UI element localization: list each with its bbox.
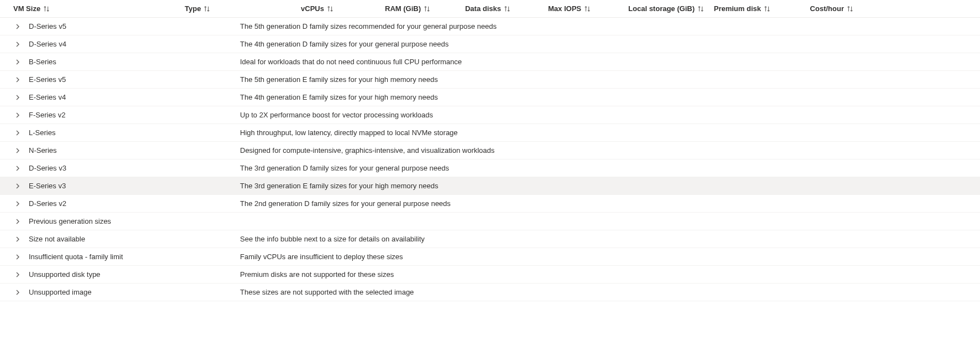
column-header-vcpus[interactable]: vCPUs [240,4,334,13]
row-name: D-Series v4 [29,40,240,48]
row-name: E-Series v3 [29,182,240,190]
row-description: The 5th generation D family sizes recomm… [240,22,980,30]
column-label: Max IOPS [548,4,581,13]
column-label: VM Size [13,4,40,13]
sort-icon [423,5,431,13]
chevron-right-icon[interactable] [13,164,22,173]
row-name: Size not available [29,235,240,243]
column-label: Cost/hour [810,4,844,13]
table-header-row: VM Size Type vCPUs [0,0,980,18]
vm-size-table: VM Size Type vCPUs [0,0,980,301]
table-row[interactable]: D-Series v2The 2nd generation D family s… [0,195,980,213]
column-header-max-iops[interactable]: Max IOPS [511,4,591,13]
chevron-right-icon[interactable] [13,75,22,84]
sort-icon [846,5,854,13]
table-row[interactable]: N-SeriesDesigned for compute-intensive, … [0,142,980,159]
column-header-local-storage[interactable]: Local storage (GiB) [591,4,705,13]
row-description: Family vCPUs are insufficient to deploy … [240,253,980,261]
table-row[interactable]: Unsupported disk typePremium disks are n… [0,266,980,284]
table-row[interactable]: B-SeriesIdeal for workloads that do not … [0,53,980,71]
chevron-right-icon[interactable] [13,235,22,244]
table-body: D-Series v5The 5th generation D family s… [0,18,980,301]
row-name: F-Series v2 [29,111,240,119]
column-label: Local storage (GiB) [628,4,695,13]
sort-icon [503,5,511,13]
row-description: The 2nd generation D family sizes for yo… [240,199,980,208]
sort-icon [326,5,334,13]
table-row[interactable]: Unsupported imageThese sizes are not sup… [0,284,980,301]
chevron-right-icon[interactable] [13,253,22,261]
chevron-right-icon[interactable] [13,270,22,279]
chevron-right-icon[interactable] [13,182,22,191]
row-name: D-Series v2 [29,199,240,208]
table-row[interactable]: Insufficient quota - family limitFamily … [0,248,980,266]
chevron-right-icon[interactable] [13,288,22,297]
table-row[interactable]: Previous generation sizes [0,213,980,230]
row-description: Up to 2X performance boost for vector pr… [240,111,980,119]
row-description: The 3rd generation D family sizes for yo… [240,164,980,172]
table-row[interactable]: D-Series v5The 5th generation D family s… [0,18,980,35]
sort-icon [43,5,50,13]
table-row[interactable]: L-SeriesHigh throughput, low latency, di… [0,124,980,142]
column-label: vCPUs [301,4,324,13]
sort-icon [203,5,211,13]
chevron-right-icon[interactable] [13,22,22,31]
row-name: Previous generation sizes [29,217,240,225]
chevron-right-icon[interactable] [13,199,22,208]
column-label: Data disks [465,4,501,13]
row-name: E-Series v4 [29,93,240,101]
row-name: L-Series [29,128,240,137]
row-description: These sizes are not supported with the s… [240,288,980,296]
chevron-right-icon[interactable] [13,146,22,155]
chevron-right-icon[interactable] [13,111,22,120]
row-name: D-Series v5 [29,22,240,30]
row-name: B-Series [29,58,240,66]
column-header-cost[interactable]: Cost/hour [771,4,854,13]
table-row[interactable]: E-Series v3The 3rd generation E family s… [0,177,980,195]
column-header-premium-disk[interactable]: Premium disk [705,4,771,13]
row-name: Insufficient quota - family limit [29,253,240,261]
row-description: The 4th generation E family sizes for yo… [240,93,980,101]
table-row[interactable]: E-Series v4The 4th generation E family s… [0,89,980,106]
column-label: Premium disk [714,4,761,13]
row-description: See the info bubble next to a size for d… [240,235,980,243]
row-description: Designed for compute-intensive, graphics… [240,146,980,155]
column-label: RAM (GiB) [385,4,421,13]
sort-icon [697,5,705,13]
chevron-right-icon[interactable] [13,217,22,226]
chevron-right-icon[interactable] [13,40,22,49]
row-description: Premium disks are not supported for thes… [240,270,980,279]
row-name: Unsupported disk type [29,270,240,279]
column-label: Type [185,4,201,13]
row-description: The 5th generation E family sizes for yo… [240,75,980,84]
row-name: N-Series [29,146,240,155]
row-name: D-Series v3 [29,164,240,172]
row-name: Unsupported image [29,288,240,296]
table-row[interactable]: E-Series v5The 5th generation E family s… [0,71,980,89]
column-header-vmsize[interactable]: VM Size [13,4,185,13]
row-description: High throughput, low latency, directly m… [240,128,980,137]
table-row[interactable]: D-Series v3The 3rd generation D family s… [0,159,980,177]
column-header-type[interactable]: Type [185,4,240,13]
row-description: The 3rd generation E family sizes for yo… [240,182,980,190]
table-row[interactable]: D-Series v4The 4th generation D family s… [0,35,980,53]
chevron-right-icon[interactable] [13,58,22,66]
column-header-data-disks[interactable]: Data disks [431,4,511,13]
table-row[interactable]: Size not availableSee the info bubble ne… [0,230,980,248]
chevron-right-icon[interactable] [13,128,22,137]
table-row[interactable]: F-Series v2Up to 2X performance boost fo… [0,106,980,124]
chevron-right-icon[interactable] [13,93,22,102]
column-header-ram[interactable]: RAM (GiB) [334,4,431,13]
row-description: The 4th generation D family sizes for yo… [240,40,980,48]
row-name: E-Series v5 [29,75,240,84]
sort-icon [763,5,771,13]
sort-icon [583,5,591,13]
row-description: Ideal for workloads that do not need con… [240,58,980,66]
